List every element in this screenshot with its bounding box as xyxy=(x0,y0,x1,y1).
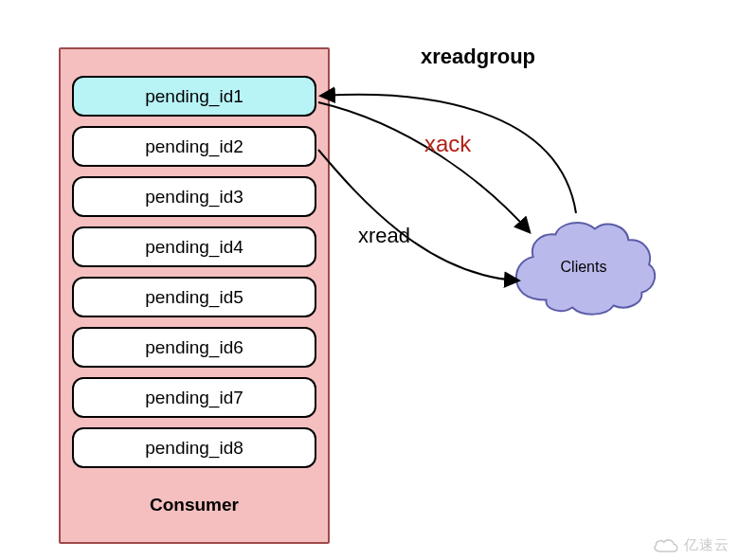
label-xread: xread xyxy=(358,224,410,248)
consumer-panel: pending_id1 pending_id2 pending_id3 pend… xyxy=(59,47,330,544)
pending-id-label: pending_id4 xyxy=(145,237,243,258)
arrow-xack xyxy=(318,102,529,231)
cloud-logo-icon xyxy=(652,537,680,554)
pending-id-2: pending_id2 xyxy=(72,126,316,167)
label-xack: xack xyxy=(424,131,471,157)
watermark: 亿速云 xyxy=(652,536,730,554)
arrow-xread xyxy=(318,150,517,280)
pending-id-6: pending_id6 xyxy=(72,327,316,368)
cloud-icon xyxy=(509,215,658,319)
consumer-title: Consumer xyxy=(61,495,328,515)
pending-id-7: pending_id7 xyxy=(72,377,316,418)
clients-cloud: Clients xyxy=(509,215,658,319)
pending-id-3: pending_id3 xyxy=(72,176,316,217)
pending-id-label: pending_id2 xyxy=(145,136,243,157)
pending-id-label: pending_id5 xyxy=(145,287,243,308)
pending-id-label: pending_id1 xyxy=(145,86,243,107)
pending-id-label: pending_id7 xyxy=(145,388,243,408)
pending-id-4: pending_id4 xyxy=(72,226,316,267)
pending-id-label: pending_id3 xyxy=(145,187,243,208)
pending-id-5: pending_id5 xyxy=(72,277,316,317)
pending-id-8: pending_id8 xyxy=(72,427,316,468)
pending-id-label: pending_id6 xyxy=(145,337,243,358)
pending-id-label: pending_id8 xyxy=(145,438,243,459)
pending-id-1: pending_id1 xyxy=(72,76,316,117)
label-xreadgroup: xreadgroup xyxy=(421,45,535,69)
watermark-text: 亿速云 xyxy=(684,536,730,554)
